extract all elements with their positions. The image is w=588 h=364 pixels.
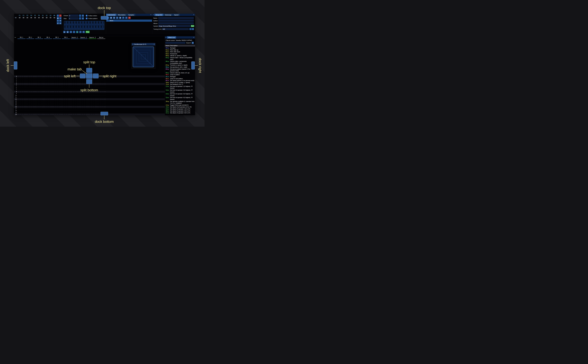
effect-item[interactable]: 19xxSet attack of all operators (0 to 1F…	[166, 106, 195, 108]
pattern-cell[interactable]: ··· ·· ·· ····	[44, 82, 53, 83]
pattern-cell[interactable]: ··· ·· ·· ····	[53, 84, 61, 84]
pattern-cell[interactable]: ··· ·· ·· ····	[17, 97, 26, 98]
pattern-cell[interactable]: ··· ·· ·· ····	[70, 99, 79, 100]
pattern-cell[interactable]: ··· ·· ·· ····	[61, 103, 70, 104]
pattern-cell[interactable]: ··· ·· ·· ····	[88, 95, 97, 96]
pattern-cell[interactable]: ··· ·· ·· ····	[53, 97, 61, 98]
effect-item[interactable]: 05xyVolume slide + vibrato (compatibilit…	[166, 57, 195, 60]
order-cell[interactable]: 00	[18, 17, 22, 19]
pattern-cell[interactable]: ··· ·· ·· ····	[79, 114, 88, 115]
pattern-cell[interactable]: ··· ·· ·· ····	[88, 97, 97, 98]
pattern-cell[interactable]: ··· ·· ·· ····	[61, 95, 70, 96]
pattern-cell[interactable]: ··· ·· ·· ····	[17, 82, 26, 83]
channel-header-noise[interactable]: Noise	[97, 36, 106, 39]
assets-move-down-button[interactable]: ↓	[125, 17, 128, 19]
pattern-cell[interactable]: ··· ·· ·· ····	[79, 108, 88, 109]
pattern-cell[interactable]: ··· ·· ·· ····	[61, 108, 70, 109]
assets-delete-button[interactable]: ×	[128, 17, 131, 19]
pattern-cell[interactable]: ··· ·· ·· ····	[79, 85, 88, 86]
pattern-cell[interactable]: ··· ·· ·· ····	[61, 97, 70, 98]
pattern-cell[interactable]: ··· ·· ·· ····	[17, 80, 26, 81]
author-input[interactable]	[158, 20, 194, 22]
pattern-cell[interactable]: ··· ·· ·· ····	[44, 97, 53, 98]
close-icon[interactable]: ×	[193, 36, 195, 38]
split-top-target[interactable]	[86, 68, 92, 73]
pattern-cell[interactable]: ··· ·· ·· ····	[17, 104, 26, 105]
pattern-cell[interactable]: ··· ·· ·· ····	[97, 103, 106, 104]
pattern-cell[interactable]: ··· ·· ·· ····	[44, 93, 53, 94]
pattern-cell[interactable]: ··· ·· ·· ····	[61, 104, 70, 105]
pattern-cell[interactable]: ··· ·· ·· ····	[97, 106, 106, 107]
pattern-cell[interactable]: ··· ·· ·· ····	[88, 99, 97, 100]
pattern-cell[interactable]: ··· ·· ·· ····	[35, 97, 44, 98]
pattern-cell[interactable]: ··· ·· ·· ····	[17, 85, 26, 86]
tab-effect-list[interactable]: Effect List	[167, 36, 176, 39]
pattern-cell[interactable]: ··· ·· ·· ····	[44, 101, 53, 102]
pattern-cell[interactable]: ··· ·· ·· ····	[35, 104, 44, 105]
assets-open-button[interactable]: ▤	[113, 17, 115, 19]
pattern-cell[interactable]: ··· ·· ·· ····	[53, 80, 61, 81]
pattern-cell[interactable]: ··· ·· ·· ····	[79, 99, 88, 100]
close-icon[interactable]: ×	[150, 14, 152, 16]
pattern-cell[interactable]: ··· ·· ·· ····	[53, 93, 61, 94]
system-select[interactable]: Sega Genesis/Mega Drive	[158, 25, 190, 27]
orders-remove-button[interactable]: −	[59, 14, 61, 17]
pattern-cell[interactable]: ··· ·· ·· ····	[44, 89, 53, 90]
pattern-cell[interactable]: ··· ·· ·· ····	[44, 76, 53, 77]
effect-item[interactable]: 17xxToggle PCM mode (LEGACY)	[166, 104, 195, 106]
pattern-cell[interactable]: ··· ·· ·· ····	[26, 82, 35, 83]
orders-duplicate-button[interactable]: ▣	[57, 17, 59, 19]
pattern-cell[interactable]: ··· ·· ·· ····	[88, 114, 97, 115]
close-icon[interactable]: ×	[154, 43, 155, 45]
effect-item[interactable]: 12xxSet level of operator 1 (0 highest, …	[166, 85, 195, 89]
pattern-cell[interactable]: ··· ·· ·· ····	[61, 114, 70, 115]
collapse-arrow-icon[interactable]: ▼	[152, 14, 154, 16]
assets-save-button[interactable]: ◫	[116, 17, 118, 19]
piano-row-upper[interactable]	[64, 21, 104, 25]
pattern-cell[interactable]: ··· ·· ·· ····	[79, 95, 88, 96]
pattern-cell[interactable]: ··· ·· ·· ····	[88, 110, 97, 111]
pattern-cell[interactable]: ··· ·· ·· ····	[61, 85, 70, 86]
pattern-cell[interactable]: ··· ·· ·· ····	[35, 80, 44, 81]
tab-instruments[interactable]: Instruments	[106, 14, 116, 16]
pattern-cell[interactable]: ··· ·· ·· ····	[61, 82, 70, 83]
effect-item[interactable]: 1BxxSet attack of operator 2 (0 to 1F)	[166, 110, 195, 112]
pattern-cell[interactable]: ··· ·· ·· ····	[26, 110, 35, 111]
pattern-cell[interactable]: ··· ·· ·· ····	[44, 108, 53, 109]
pattern-cell[interactable]: ··· ·· ·· ····	[53, 101, 61, 102]
pattern-cell[interactable]: ··· ·· ·· ····	[35, 93, 44, 94]
pattern-cell[interactable]: ··· ·· ·· ····	[17, 84, 26, 84]
close-icon[interactable]: ×	[193, 14, 195, 16]
pattern-cell[interactable]: ··· ·· ·· ····	[97, 101, 106, 102]
pattern-cell[interactable]: ··· ·· ·· ····	[35, 103, 44, 104]
pattern-cell[interactable]: ··· ·· ·· ····	[44, 85, 53, 86]
orders-move-up-button[interactable]: ∧	[59, 17, 61, 19]
pattern-cell[interactable]: ··· ·· ·· ····	[26, 89, 35, 90]
pattern-cell[interactable]: ··· ·· ·· ····	[17, 108, 26, 109]
effect-item[interactable]: 00xyArpeggio	[166, 47, 195, 49]
pattern-cell[interactable]: ··· ·· ·· ····	[53, 85, 61, 86]
pattern-cell[interactable]: ··· ·· ·· ····	[26, 95, 35, 96]
octave-increase-button[interactable]: +	[82, 14, 84, 17]
pattern-cell[interactable]: ··· ·· ·· ····	[26, 103, 35, 104]
dock-bottom-target[interactable]	[100, 112, 108, 115]
channel-header-fm-3[interactable]: FM 3	[35, 36, 44, 39]
piano-row-lower[interactable]	[64, 26, 104, 30]
effect-item[interactable]: 0DxxJump to next pattern	[166, 78, 195, 80]
pattern-cell[interactable]: ··· ·· ·· ····	[88, 85, 97, 86]
pattern-cell[interactable]: ··· ·· ·· ····	[26, 93, 35, 94]
pattern-cell[interactable]: ··· ·· ·· ····	[26, 108, 35, 109]
pattern-cell[interactable]: ··· ·· ·· ····	[97, 87, 106, 88]
pattern-cell[interactable]: ··· ·· ·· ····	[53, 76, 61, 77]
effect-item[interactable]: 0AxyVolume slide (0y: down; x0: up)	[166, 72, 195, 74]
follow-orders-checkbox[interactable]: ✓	[86, 15, 87, 17]
pattern-cell[interactable]: ··· ·· ·· ····	[88, 106, 97, 107]
pattern-cell[interactable]: ··· ·· ·· ····	[88, 103, 97, 104]
pattern-cell[interactable]: ··· ·· ·· ····	[70, 110, 79, 111]
pattern-cell[interactable]: ··· ·· ·· ····	[26, 85, 35, 86]
pattern-cell[interactable]: ··· ·· ·· ····	[53, 82, 61, 83]
tuning-increase-button[interactable]: +	[192, 28, 194, 30]
pattern-cell[interactable]: ··· ·· ·· ····	[35, 85, 44, 86]
play-pattern-button[interactable]: ◉	[66, 31, 69, 33]
pattern-cell[interactable]: ··· ·· ·· ····	[44, 78, 53, 79]
